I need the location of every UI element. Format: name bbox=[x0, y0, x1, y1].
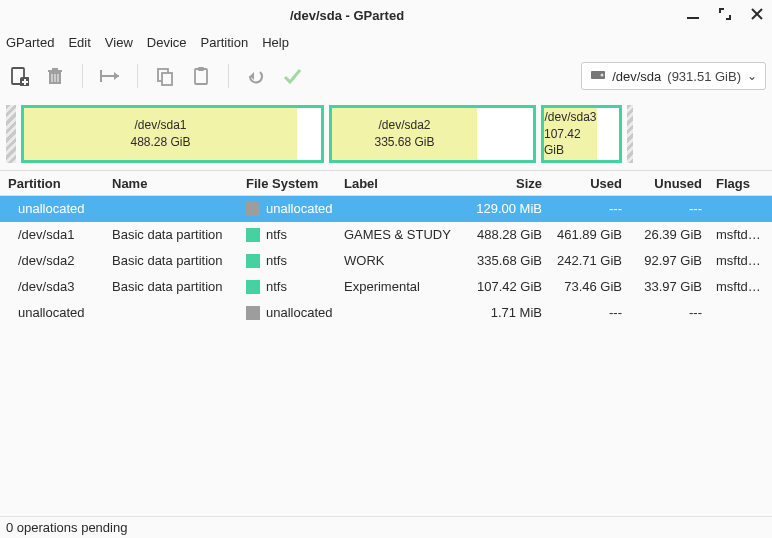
col-name[interactable]: Name bbox=[108, 176, 242, 191]
diskmap-part-name: /dev/sda3 bbox=[544, 109, 596, 126]
svg-marker-14 bbox=[114, 72, 119, 80]
svg-rect-17 bbox=[162, 73, 172, 85]
cell-partition: /dev/sda2 bbox=[0, 253, 108, 268]
window-title: /dev/sda - GParted bbox=[8, 8, 686, 23]
cell-size: 107.42 GiB bbox=[460, 279, 546, 294]
status-text: 0 operations pending bbox=[6, 520, 127, 535]
window-controls bbox=[686, 7, 764, 23]
diskmap-partition[interactable]: /dev/sda1488.28 GiB bbox=[21, 105, 324, 163]
table-row[interactable]: /dev/sda3Basic data partitionntfsExperim… bbox=[0, 274, 772, 300]
toolbar-separator bbox=[82, 64, 83, 88]
menu-partition[interactable]: Partition bbox=[201, 35, 249, 50]
table-header: Partition Name File System Label Size Us… bbox=[0, 170, 772, 196]
cell-used: 461.89 GiB bbox=[546, 227, 626, 242]
partition-table: Partition Name File System Label Size Us… bbox=[0, 170, 772, 516]
toolbar: /dev/sda (931.51 GiB) ⌄ bbox=[0, 54, 772, 98]
device-path: /dev/sda bbox=[612, 69, 661, 84]
toolbar-separator bbox=[228, 64, 229, 88]
minimize-button[interactable] bbox=[686, 7, 700, 23]
cell-flags: msftdata bbox=[706, 227, 766, 242]
document-plus-icon bbox=[9, 66, 29, 86]
fs-swatch-icon bbox=[246, 228, 260, 242]
menu-device[interactable]: Device bbox=[147, 35, 187, 50]
menubar: GParted Edit View Device Partition Help bbox=[0, 30, 772, 54]
svg-rect-8 bbox=[48, 70, 62, 72]
titlebar: /dev/sda - GParted bbox=[0, 0, 772, 30]
col-used[interactable]: Used bbox=[546, 176, 626, 191]
minimize-icon bbox=[686, 7, 700, 21]
svg-rect-18 bbox=[195, 69, 207, 84]
undo-button[interactable] bbox=[243, 63, 269, 89]
menu-view[interactable]: View bbox=[105, 35, 133, 50]
menu-help[interactable]: Help bbox=[262, 35, 289, 50]
disk-map: /dev/sda1488.28 GiB/dev/sda2335.68 GiB/d… bbox=[0, 98, 772, 170]
chevron-down-icon: ⌄ bbox=[747, 69, 757, 83]
diskmap-part-name: /dev/sda1 bbox=[134, 117, 186, 134]
col-unused[interactable]: Unused bbox=[626, 176, 706, 191]
col-flags[interactable]: Flags bbox=[706, 176, 766, 191]
diskmap-unallocated[interactable] bbox=[6, 105, 16, 163]
copy-icon bbox=[155, 66, 175, 86]
undo-icon bbox=[246, 66, 266, 86]
diskmap-unallocated[interactable] bbox=[627, 105, 633, 163]
cell-partition: unallocated bbox=[0, 201, 108, 216]
svg-point-22 bbox=[601, 73, 604, 76]
col-partition[interactable]: Partition bbox=[0, 176, 108, 191]
cell-fs: ntfs bbox=[242, 279, 340, 294]
cell-fs: ntfs bbox=[242, 253, 340, 268]
delete-partition-button[interactable] bbox=[42, 63, 68, 89]
maximize-button[interactable] bbox=[718, 7, 732, 23]
new-partition-button[interactable] bbox=[6, 63, 32, 89]
cell-size: 1.71 MiB bbox=[460, 305, 546, 320]
cell-name: Basic data partition bbox=[108, 279, 242, 294]
resize-icon bbox=[99, 66, 121, 86]
cell-partition: /dev/sda3 bbox=[0, 279, 108, 294]
col-label[interactable]: Label bbox=[340, 176, 460, 191]
diskmap-partition[interactable]: /dev/sda2335.68 GiB bbox=[329, 105, 536, 163]
device-size: (931.51 GiB) bbox=[667, 69, 741, 84]
table-row[interactable]: /dev/sda1Basic data partitionntfsGAMES &… bbox=[0, 222, 772, 248]
cell-unused: 26.39 GiB bbox=[626, 227, 706, 242]
diskmap-partition[interactable]: /dev/sda3107.42 GiB bbox=[541, 105, 622, 163]
copy-button[interactable] bbox=[152, 63, 178, 89]
table-row[interactable]: unallocatedunallocated129.00 MiB------ bbox=[0, 196, 772, 222]
cell-label: WORK bbox=[340, 253, 460, 268]
diskmap-part-size: 488.28 GiB bbox=[130, 134, 190, 151]
cell-partition: /dev/sda1 bbox=[0, 227, 108, 242]
col-size[interactable]: Size bbox=[460, 176, 546, 191]
table-body: unallocatedunallocated129.00 MiB------/d… bbox=[0, 196, 772, 326]
menu-edit[interactable]: Edit bbox=[68, 35, 90, 50]
menu-gparted[interactable]: GParted bbox=[6, 35, 54, 50]
table-row[interactable]: unallocatedunallocated1.71 MiB------ bbox=[0, 300, 772, 326]
cell-fs: unallocated bbox=[242, 201, 340, 216]
apply-button[interactable] bbox=[279, 63, 305, 89]
statusbar: 0 operations pending bbox=[0, 516, 772, 538]
resize-move-button[interactable] bbox=[97, 63, 123, 89]
cell-flags: msftdata bbox=[706, 279, 766, 294]
cell-fs: ntfs bbox=[242, 227, 340, 242]
diskmap-free-space bbox=[297, 108, 321, 160]
fs-swatch-icon bbox=[246, 280, 260, 294]
col-fs[interactable]: File System bbox=[242, 176, 340, 191]
diskmap-free-space bbox=[597, 108, 619, 160]
table-row[interactable]: /dev/sda2Basic data partitionntfsWORK335… bbox=[0, 248, 772, 274]
diskmap-free-space bbox=[477, 108, 533, 160]
diskmap-part-size: 107.42 GiB bbox=[544, 126, 597, 160]
paste-button[interactable] bbox=[188, 63, 214, 89]
paste-icon bbox=[191, 66, 211, 86]
cell-size: 129.00 MiB bbox=[460, 201, 546, 216]
close-icon bbox=[750, 7, 764, 21]
fs-swatch-icon bbox=[246, 306, 260, 320]
cell-size: 488.28 GiB bbox=[460, 227, 546, 242]
svg-rect-0 bbox=[687, 17, 699, 19]
device-selector[interactable]: /dev/sda (931.51 GiB) ⌄ bbox=[581, 62, 766, 90]
diskmap-part-size: 335.68 GiB bbox=[374, 134, 434, 151]
cell-used: 73.46 GiB bbox=[546, 279, 626, 294]
cell-label: GAMES & STUDY bbox=[340, 227, 460, 242]
maximize-icon bbox=[718, 7, 732, 21]
cell-used: --- bbox=[546, 305, 626, 320]
disk-icon bbox=[590, 67, 606, 86]
cell-label: Experimental bbox=[340, 279, 460, 294]
close-button[interactable] bbox=[750, 7, 764, 23]
cell-name: Basic data partition bbox=[108, 227, 242, 242]
